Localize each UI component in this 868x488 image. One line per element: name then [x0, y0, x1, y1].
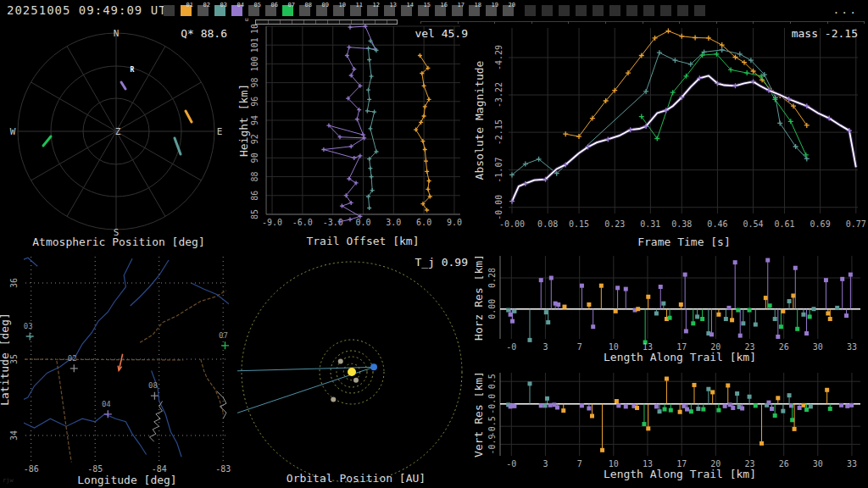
station-slot-empty	[559, 5, 570, 16]
svg-text:T_j 0.99: T_j 0.99	[415, 256, 468, 269]
station-box-label: 01	[186, 2, 193, 8]
station-box-05[interactable]: 05	[248, 5, 259, 16]
svg-text:36: 36	[9, 278, 19, 288]
svg-text:-0: -0	[506, 459, 516, 469]
station-box-03[interactable]: 03	[214, 5, 225, 16]
height-series-o	[414, 53, 432, 213]
station-slot-empty	[660, 5, 671, 16]
polar-trail-01	[186, 111, 192, 122]
svg-text:Vert Res [km]: Vert Res [km]	[475, 371, 485, 458]
station-box-label: 18	[475, 2, 481, 8]
menu-ellipsis[interactable]: ...	[832, 2, 860, 18]
svg-text:Orbital Position [AU]: Orbital Position [AU]	[287, 472, 426, 485]
station-box-01[interactable]: 01	[181, 5, 192, 16]
svg-text:0.46: 0.46	[707, 219, 727, 229]
svg-text:30: 30	[813, 459, 823, 469]
svg-text:33: 33	[847, 342, 857, 352]
svg-text:3: 3	[542, 459, 548, 469]
station-box-04[interactable]: 04	[231, 5, 242, 16]
station-slot-empty	[593, 5, 604, 16]
svg-text:7: 7	[577, 342, 582, 352]
outline-lines	[149, 391, 226, 441]
meteor-dashboard: 20251005 09:49:09 UTC 010203040506070809…	[0, 0, 868, 488]
svg-text:Longitude [deg]: Longitude [deg]	[77, 474, 176, 486]
station-box-label: 17	[458, 2, 465, 8]
svg-text:94: 94	[250, 115, 259, 125]
polar-trail-04	[121, 82, 125, 89]
svg-text:R: R	[131, 66, 135, 74]
timeline-bar-secondary[interactable]	[420, 21, 865, 22]
atmospheric-position-plot: NSWEZRQ* 88.6Atmospheric Position [deg]	[0, 24, 237, 252]
svg-text:-86: -86	[24, 464, 39, 474]
timeline-cursor-label: ω	[245, 16, 248, 23]
station-box-09[interactable]: 09	[316, 5, 327, 16]
svg-text:7: 7	[577, 459, 582, 469]
svg-text:Height [km]: Height [km]	[237, 84, 250, 157]
svg-text:-0: -0	[506, 342, 516, 352]
map-station-07: 07	[219, 331, 229, 350]
svg-text:-83: -83	[215, 464, 231, 474]
station-box-13[interactable]: 13	[384, 5, 395, 16]
station-box-16[interactable]: 16	[435, 5, 446, 16]
station-box-15[interactable]: 15	[418, 5, 429, 16]
station-box-18[interactable]: 18	[469, 5, 480, 16]
station-box-20[interactable]: 20	[503, 5, 514, 16]
station-box-label: 19	[492, 2, 498, 8]
mag-series-o	[563, 29, 810, 140]
svg-text:08: 08	[148, 381, 158, 390]
svg-text:W: W	[10, 126, 16, 137]
watermark: rjw	[3, 477, 14, 484]
station-box-label: 09	[322, 2, 329, 8]
sun-dot	[348, 368, 356, 376]
polar-trail-07	[43, 136, 51, 146]
station-box-02[interactable]: 02	[198, 5, 209, 16]
ground-track-arrow	[118, 354, 123, 371]
height-series-t	[365, 39, 379, 210]
station-box-label: 03	[220, 2, 227, 8]
svg-text:E: E	[217, 126, 223, 137]
station-box-12[interactable]: 12	[367, 5, 378, 16]
earth-dot	[370, 363, 377, 370]
svg-text:101: 101	[250, 37, 259, 53]
svg-text:07: 07	[219, 331, 228, 340]
svg-text:33: 33	[847, 459, 857, 469]
station-box-17[interactable]: 17	[452, 5, 463, 16]
utc-clock: 20251005 09:49:09 UTC	[7, 3, 175, 17]
station-box-label: 11	[356, 2, 363, 8]
map-features	[4, 258, 230, 462]
svg-text:0.54: 0.54	[743, 219, 764, 229]
station-box-07[interactable]: 07	[282, 5, 293, 16]
station-box-blank[interactable]	[164, 5, 175, 16]
station-box-08[interactable]: 08	[299, 5, 310, 16]
svg-text:90: 90	[250, 152, 259, 163]
svg-text:26: 26	[779, 342, 789, 352]
svg-text:02: 02	[68, 354, 77, 363]
svg-text:0.61: 0.61	[774, 219, 794, 229]
station-box-label: 13	[390, 2, 397, 8]
svg-text:96: 96	[250, 97, 259, 107]
svg-text:-0.00: -0.00	[494, 195, 504, 220]
horz-res-plot	[500, 256, 860, 345]
svg-text:-0.5: -0.5	[487, 416, 497, 436]
station-box-14[interactable]: 14	[401, 5, 412, 16]
station-slot-empty	[626, 5, 637, 16]
station-slot-empty	[643, 5, 654, 16]
station-box-11[interactable]: 11	[350, 5, 361, 16]
station-box-label: 07	[288, 2, 295, 8]
orbital-position-plot: T_j 0.99Orbital Position [AU]	[237, 252, 475, 488]
station-slot-empty	[609, 5, 620, 16]
svg-text:0.77: 0.77	[846, 219, 866, 229]
svg-text:103: 103	[250, 24, 259, 34]
svg-text:-0.0: -0.0	[487, 394, 497, 414]
station-box-06[interactable]: 06	[265, 5, 276, 16]
svg-text:0.08: 0.08	[537, 219, 558, 229]
station-box-10[interactable]: 10	[333, 5, 344, 16]
station-box-19[interactable]: 19	[486, 5, 497, 16]
svg-text:-2.15: -2.15	[494, 119, 504, 145]
svg-text:Trail Offset [km]: Trail Offset [km]	[306, 235, 419, 247]
svg-text:-6.0: -6.0	[292, 218, 313, 227]
station-box-label: 14	[407, 2, 414, 8]
svg-text:mass -2.15: mass -2.15	[792, 27, 858, 40]
svg-text:0.38: 0.38	[671, 219, 692, 229]
svg-text:Length Along Trail [km]: Length Along Trail [km]	[604, 351, 756, 363]
